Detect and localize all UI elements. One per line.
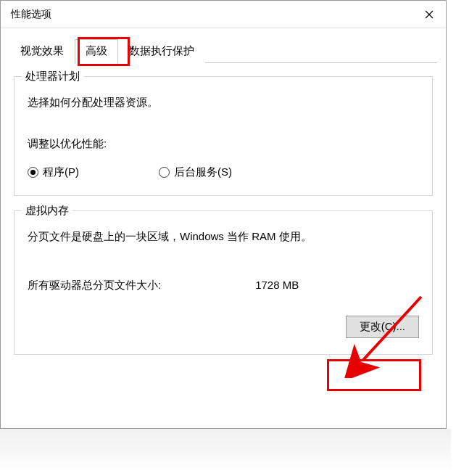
titlebar: 性能选项 xyxy=(1,1,446,28)
radio-background-services[interactable]: 后台服务(S) xyxy=(159,165,232,179)
vm-total-value: 1728 MB xyxy=(255,279,299,292)
tab-visual-effects[interactable]: 视觉效果 xyxy=(9,39,75,63)
processor-scheduling-group: 处理器计划 选择如何分配处理器资源。 调整以优化性能: 程序(P) 后台服务(S… xyxy=(14,76,433,196)
performance-options-dialog: 性能选项 视觉效果 高级 数据执行保护 处理器计划 选择如何分配处理器资源。 调… xyxy=(0,0,447,429)
vm-size-row: 所有驱动器总分页文件大小: 1728 MB xyxy=(28,279,419,292)
change-button[interactable]: 更改(C)... xyxy=(346,316,419,338)
close-icon xyxy=(425,10,434,19)
tab-content-advanced: 处理器计划 选择如何分配处理器资源。 调整以优化性能: 程序(P) 后台服务(S… xyxy=(1,63,446,355)
processor-desc: 选择如何分配处理器资源。 xyxy=(28,96,419,110)
radio-icon xyxy=(28,167,38,178)
change-row: 更改(C)... xyxy=(28,316,419,338)
vm-total-label: 所有驱动器总分页文件大小: xyxy=(28,279,161,292)
virtual-memory-group: 虚拟内存 分页文件是硬盘上的一块区域，Windows 当作 RAM 使用。 所有… xyxy=(14,210,433,355)
radio-background-label: 后台服务(S) xyxy=(174,165,232,179)
radio-programs-label: 程序(P) xyxy=(43,165,79,179)
window-title: 性能选项 xyxy=(11,8,51,21)
radio-programs[interactable]: 程序(P) xyxy=(28,165,79,179)
radio-icon xyxy=(159,167,170,178)
processor-group-title: 处理器计划 xyxy=(22,70,83,83)
vm-group-title: 虚拟内存 xyxy=(22,204,72,218)
tab-dep[interactable]: 数据执行保护 xyxy=(118,39,205,63)
radio-row: 程序(P) 后台服务(S) xyxy=(28,165,419,179)
annotation-highlight-change xyxy=(327,359,421,391)
vm-desc: 分页文件是硬盘上的一块区域，Windows 当作 RAM 使用。 xyxy=(28,230,419,244)
tab-strip: 视觉效果 高级 数据执行保护 xyxy=(1,28,446,63)
close-button[interactable] xyxy=(413,1,446,28)
tab-advanced[interactable]: 高级 xyxy=(75,39,118,64)
adjust-label: 调整以优化性能: xyxy=(28,137,419,151)
shadow-decoration xyxy=(0,429,451,472)
